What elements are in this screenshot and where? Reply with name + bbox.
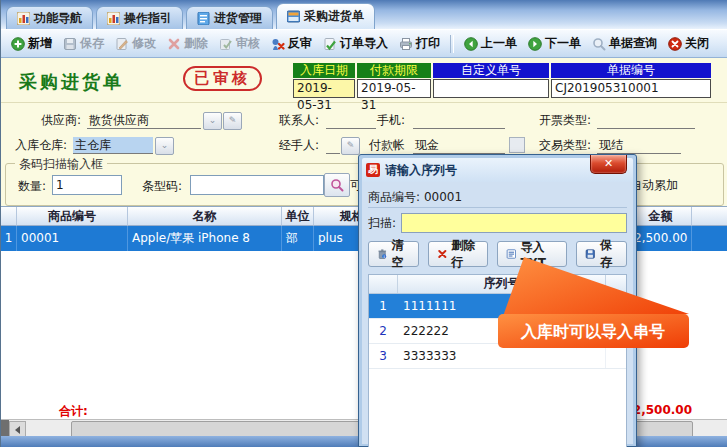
button-label: 订单导入 [340, 35, 388, 52]
doc-number-value[interactable]: CJ201905310001 [551, 79, 711, 98]
row-amount-cell[interactable]: 2,500.00 [630, 226, 692, 251]
arrow-left-circle-icon [464, 37, 478, 51]
phone-field[interactable] [413, 112, 505, 129]
field-custom-number: 自定义单号 [433, 63, 549, 98]
add-button[interactable]: 新增 [6, 33, 57, 54]
supplier-lookup-button[interactable]: ⌄ [203, 112, 222, 130]
custom-number-value[interactable] [433, 79, 549, 98]
barcode-label: 条型码: [142, 176, 182, 196]
dialog-scan-label: 扫描: [368, 215, 396, 232]
inbound-date-label: 入库日期 [293, 63, 355, 78]
warehouse-lookup-button[interactable]: ⌄ [155, 137, 174, 155]
tab-operation-guide[interactable]: 操作指引 [96, 6, 183, 29]
grid-header-rownum [1, 207, 17, 226]
barcode-search-button[interactable] [324, 173, 350, 197]
row-unit-cell[interactable]: 部 [282, 226, 314, 251]
next-doc-button[interactable]: 下一单 [523, 33, 586, 54]
tab-purchase-receipt[interactable]: 采购进货单 [276, 3, 375, 29]
left-triangle-icon [15, 426, 20, 434]
button-label: 反审 [288, 35, 312, 52]
grid-header-code[interactable]: 商品编号 [17, 207, 128, 226]
supplier-field[interactable]: 散货供应商 [87, 112, 201, 129]
floppy-icon [63, 37, 77, 51]
serial-numcol-header [369, 275, 398, 293]
payment-account-label: 付款帐户: [357, 137, 405, 153]
audited-stamp: 已审核 [183, 66, 262, 91]
close-button[interactable]: 关闭 [663, 33, 714, 54]
handler-field[interactable] [326, 137, 340, 154]
payment-deadline-value[interactable]: 2019-05-31 [357, 79, 431, 98]
delete-x-icon [167, 37, 181, 51]
button-label: 新增 [28, 35, 52, 52]
modify-button[interactable]: 修改 [110, 33, 161, 54]
contact-label: 联系人: [267, 112, 319, 128]
tab-purchase-mgmt[interactable]: 进货管理 [186, 6, 273, 29]
field-doc-number: 单据编号 CJ201905310001 [551, 63, 711, 98]
button-label: 下一单 [545, 35, 581, 52]
trade-type-label: 交易类型: [529, 137, 591, 153]
trade-type-field[interactable]: 现结 [597, 137, 681, 154]
payment-account-checkbox[interactable] [509, 137, 525, 153]
header-fields: 入库日期 2019-05-31 付款期限 2019-05-31 自定义单号 单据… [293, 63, 711, 98]
chart-icon [17, 12, 30, 25]
invoice-type-label: 开票类型: [529, 112, 591, 128]
check-icon [219, 37, 233, 51]
invoice-type-field[interactable] [597, 112, 695, 129]
button-label: 修改 [132, 35, 156, 52]
payment-account-field[interactable]: 现金 [413, 137, 505, 154]
qty-input[interactable]: 1 [52, 175, 122, 195]
row-extra-cell [692, 226, 727, 251]
import-order-icon [323, 37, 337, 51]
button-label: 清空 [392, 237, 410, 271]
grid-header-name[interactable]: 名称 [128, 207, 282, 226]
clear-button[interactable]: i 清空 [368, 241, 419, 267]
warehouse-label: 入库仓库: [5, 137, 67, 153]
previous-doc-button[interactable]: 上一单 [459, 33, 522, 54]
doc-number-label: 单据编号 [551, 63, 711, 78]
grid-header-extra [692, 207, 727, 226]
app-logo-icon: 易 [366, 163, 380, 177]
supplier-label: 供应商: [19, 112, 81, 128]
dialog-title: 请输入序列号 [385, 162, 457, 179]
dialog-scan-row: 扫描: [368, 213, 627, 233]
scan-hint-right: 自动累加 [630, 177, 678, 194]
form-area: 供应商: 散货供应商 ⌄ ✎ 联系人: 手机: 开票类型: 入库仓库: 主仓库 … [1, 102, 727, 159]
handler-label: 经手人: [267, 137, 319, 153]
revoke-audit-icon [271, 37, 285, 51]
inbound-date-value[interactable]: 2019-05-31 [293, 79, 355, 98]
doc-query-button[interactable]: 单据查询 [587, 33, 662, 54]
dialog-close-button[interactable]: ✕ [590, 155, 627, 174]
edit-icon [115, 37, 129, 51]
audit-button[interactable]: 审核 [214, 33, 265, 54]
order-import-button[interactable]: 订单导入 [318, 33, 393, 54]
grid-header-unit[interactable]: 单位 [282, 207, 314, 226]
button-label: 保存 [80, 35, 104, 52]
serial-row-num: 2 [369, 324, 397, 338]
print-button[interactable]: 打印 [394, 33, 445, 54]
delete-button[interactable]: 删除 [162, 33, 213, 54]
tab-bar: 功能导航 操作指引 进货管理 采购进货单 [1, 0, 727, 29]
document-header: 采购进货单 已审核 入库日期 2019-05-31 付款期限 2019-05-3… [1, 58, 727, 103]
serial-scan-input[interactable] [401, 213, 627, 233]
product-code-value: 00001 [424, 190, 462, 204]
trash-icon: i [377, 247, 388, 261]
field-inbound-date: 入库日期 2019-05-31 [293, 63, 355, 98]
row-name-cell[interactable]: Apple/苹果 iPhone 8 [128, 226, 282, 251]
row-number-cell[interactable]: 1 [1, 226, 17, 251]
button-label: 打印 [416, 35, 440, 52]
page-title: 采购进货单 [19, 70, 124, 94]
tab-label: 操作指引 [124, 10, 172, 27]
grid-header-amount[interactable]: 金额 [630, 207, 692, 226]
import-serial-callout: 入库时可以导入串号 [456, 250, 696, 354]
barcode-input[interactable] [190, 175, 324, 195]
tab-label: 采购进货单 [304, 8, 364, 25]
toolbar-separator [450, 35, 454, 53]
supplier-edit-button[interactable]: ✎ [223, 112, 242, 130]
unaudit-button[interactable]: 反审 [266, 33, 317, 54]
warehouse-field[interactable]: 主仓库 [73, 137, 153, 154]
save-button[interactable]: 保存 [58, 33, 109, 54]
plus-circle-icon [11, 37, 25, 51]
tab-function-nav[interactable]: 功能导航 [6, 6, 93, 29]
row-code-cell[interactable]: 00001 [17, 226, 128, 251]
field-payment-deadline: 付款期限 2019-05-31 [357, 63, 431, 98]
